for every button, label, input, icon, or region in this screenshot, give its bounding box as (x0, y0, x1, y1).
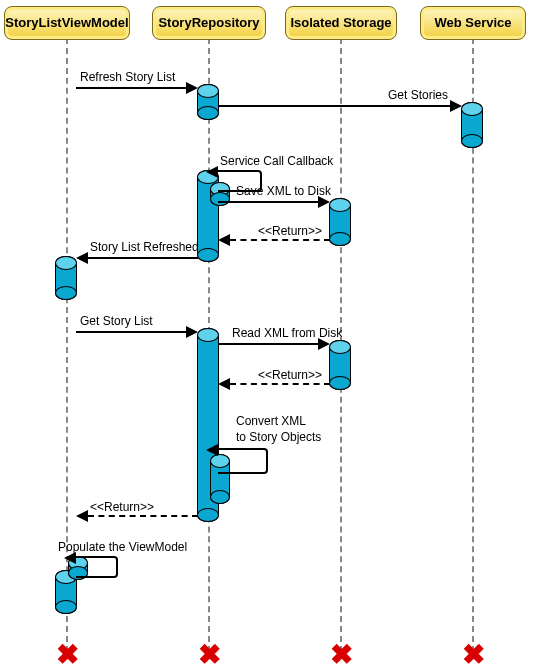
msg-label: Refresh Story List (80, 70, 175, 84)
activation-vm-1 (55, 256, 77, 300)
label-service-callback: Service Call Callback (220, 154, 333, 168)
label-convert-xml-1: Convert XML (236, 414, 306, 428)
msg-label: Get Story List (80, 314, 153, 328)
activation-web (461, 102, 483, 148)
self-msg-populate-vm (76, 556, 118, 578)
participant-label: StoryListViewModel (5, 15, 128, 30)
sequence-diagram: StoryListViewModel StoryRepository Isola… (0, 0, 550, 669)
participant-repo: StoryRepository (152, 6, 266, 40)
destroy-repo-icon: ✖ (198, 638, 221, 670)
msg-label: Story List Refreshed (90, 240, 199, 254)
msg-label: <<Return>> (258, 224, 322, 238)
self-msg-convert-xml (218, 448, 268, 474)
destroy-vm-icon: ✖ (56, 638, 79, 670)
participant-label: Isolated Storage (290, 15, 391, 30)
msg-label: Save XML to Disk (236, 184, 331, 198)
label-convert-xml-2: to Story Objects (236, 430, 321, 444)
destroy-storage-icon: ✖ (330, 638, 353, 670)
label-populate-vm: Populate the ViewModel (58, 540, 187, 554)
msg-label: <<Return>> (258, 368, 322, 382)
participant-label: Web Service (434, 15, 511, 30)
participant-web: Web Service (420, 6, 526, 40)
participant-label: StoryRepository (158, 15, 259, 30)
activation-repo-1 (197, 84, 219, 120)
activation-storage-1 (329, 198, 351, 246)
msg-label: Get Stories (388, 88, 448, 102)
participant-storage: Isolated Storage (285, 6, 397, 40)
msg-label: Read XML from Disk (232, 326, 342, 340)
msg-label: <<Return>> (90, 500, 154, 514)
activation-storage-2 (329, 340, 351, 390)
participant-vm: StoryListViewModel (4, 6, 130, 40)
destroy-web-icon: ✖ (462, 638, 485, 670)
